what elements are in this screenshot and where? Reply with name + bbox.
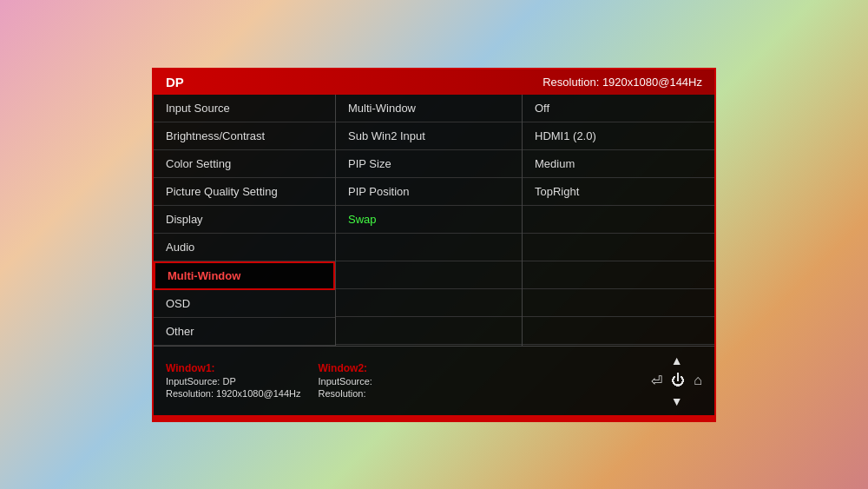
window1-title: Window1: [166,362,301,374]
menu-columns: Input Source Brightness/Contrast Color S… [154,95,714,346]
menu-footer: Window1: InputSource: DP Resolution: 192… [154,346,714,415]
mid-item-empty3 [336,289,522,317]
left-item-color-setting[interactable]: Color Setting [154,150,335,178]
left-item-audio[interactable]: Audio [154,234,335,261]
left-item-picture-quality[interactable]: Picture Quality Setting [154,178,335,206]
middle-column: Multi-Window Sub Win2 Input PIP Size PIP… [336,95,523,346]
left-item-other[interactable]: Other [154,318,335,346]
nav-icon-row: ⏎ ⏻ ⌂ [651,373,702,389]
nav-controls: ▲ ⏎ ⏻ ⌂ ▼ [651,354,702,408]
left-item-input-source[interactable]: Input Source [154,95,335,122]
window2-input: InputSource: [319,376,372,387]
right-item-medium[interactable]: Medium [523,150,714,178]
home-icon[interactable]: ⌂ [694,373,702,388]
left-item-display[interactable]: Display [154,206,335,234]
right-item-empty1 [523,206,714,234]
right-item-empty3 [523,261,714,289]
mid-item-empty4 [336,317,522,345]
right-column: Off HDMI1 (2.0) Medium TopRight [523,95,714,346]
right-item-hdmi1[interactable]: HDMI1 (2.0) [523,122,714,150]
menu-header: DP Resolution: 1920x1080@144Hz [154,69,714,95]
window2-title: Window2: [319,362,372,374]
right-item-empty4 [523,289,714,317]
mid-item-pip-size[interactable]: PIP Size [336,150,522,178]
right-item-topright[interactable]: TopRight [523,178,714,206]
left-item-brightness[interactable]: Brightness/Contrast [154,122,335,150]
mid-item-pip-position[interactable]: PIP Position [336,178,522,206]
mid-item-sub-win2[interactable]: Sub Win2 Input [336,122,522,150]
back-icon[interactable]: ⏎ [651,373,662,389]
bottom-red-bar [154,415,714,420]
power-icon[interactable]: ⏻ [671,373,685,388]
mid-item-swap[interactable]: Swap [336,206,522,234]
right-item-off[interactable]: Off [523,95,714,122]
nav-up-button[interactable]: ▲ [671,354,683,367]
mid-item-multi-window[interactable]: Multi-Window [336,95,522,122]
menu-resolution: Resolution: 1920x1080@144Hz [542,76,702,89]
mid-item-empty1 [336,234,522,261]
window2-resolution: Resolution: [319,388,372,399]
left-column: Input Source Brightness/Contrast Color S… [154,95,336,346]
right-item-empty5 [523,317,714,345]
left-item-osd[interactable]: OSD [154,290,335,318]
right-item-empty2 [523,234,714,261]
left-item-multi-window[interactable]: Multi-Window [154,261,335,290]
window2-info: Window2: InputSource: Resolution: [319,362,372,399]
monitor-menu: DP Resolution: 1920x1080@144Hz Input Sou… [152,68,716,422]
menu-title: DP [166,75,184,89]
footer-windows: Window1: InputSource: DP Resolution: 192… [166,362,372,399]
window1-input: InputSource: DP [166,376,301,387]
window1-info: Window1: InputSource: DP Resolution: 192… [166,362,301,399]
nav-down-button[interactable]: ▼ [671,394,683,408]
window1-resolution: Resolution: 1920x1080@144Hz [166,388,301,399]
mid-item-empty2 [336,261,522,289]
